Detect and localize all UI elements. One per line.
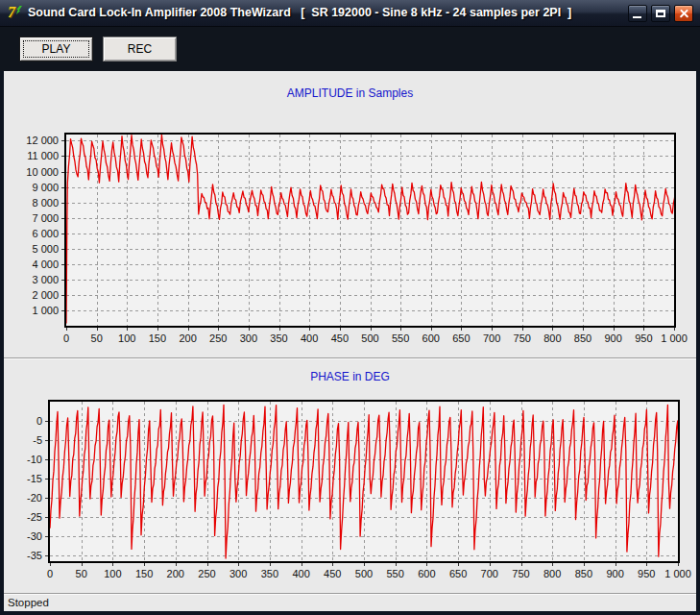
y-axis-tick-label: -15 bbox=[0, 473, 42, 484]
minimize-icon bbox=[633, 16, 641, 18]
y-axis-tick-label: 12 000 bbox=[11, 135, 59, 146]
y-axis-tick-label: 7 000 bbox=[11, 212, 59, 224]
maximize-icon bbox=[656, 10, 665, 17]
window-controls bbox=[628, 5, 693, 22]
y-axis-tick-label: -10 bbox=[0, 454, 42, 465]
x-axis-tick-label: 1 000 bbox=[657, 568, 699, 579]
maximize-button[interactable] bbox=[651, 5, 670, 22]
section-divider bbox=[4, 357, 696, 359]
amplitude-chart-title: AMPLITUDE in Samples bbox=[4, 86, 696, 100]
rec-button[interactable]: REC bbox=[103, 37, 177, 62]
y-axis-tick-label: -35 bbox=[0, 550, 42, 561]
window-title: Sound Card Lock-In Amplifier 2008 TheWiz… bbox=[28, 6, 571, 19]
x-axis-tick-label: 1 000 bbox=[653, 332, 695, 344]
y-axis-tick-label: -30 bbox=[0, 530, 42, 542]
y-axis-tick-label: 1 000 bbox=[11, 305, 59, 316]
y-axis-tick-label: 8 000 bbox=[11, 197, 59, 209]
status-text: Stopped bbox=[8, 597, 49, 608]
phase-chart-title: PHASE in DEG bbox=[4, 370, 696, 383]
y-axis-tick-label: -5 bbox=[0, 434, 42, 446]
play-button[interactable]: PLAY bbox=[19, 37, 93, 62]
main-panel: AMPLITUDE in Samples 12 00011 00010 0009… bbox=[4, 71, 696, 593]
title-bar[interactable]: 7 Sound Card Lock-In Amplifier 2008 TheW… bbox=[0, 0, 700, 27]
status-bar: Stopped bbox=[4, 593, 696, 611]
amplitude-plot-area bbox=[64, 133, 676, 328]
y-axis-tick-label: 0 bbox=[0, 415, 42, 427]
y-axis-tick-label: 3 000 bbox=[11, 274, 59, 285]
y-axis-tick-label: 6 000 bbox=[11, 228, 59, 239]
y-axis-tick-label: -25 bbox=[0, 511, 42, 523]
y-axis-tick-label: 10 000 bbox=[11, 166, 59, 178]
phase-plot-area bbox=[48, 400, 680, 563]
close-button[interactable] bbox=[674, 5, 693, 22]
plot-canvas bbox=[66, 135, 674, 326]
y-axis-tick-label: -20 bbox=[0, 492, 42, 504]
spark-icon bbox=[16, 6, 22, 14]
y-axis-tick-label: 9 000 bbox=[11, 182, 59, 193]
y-axis-tick-label: 11 000 bbox=[11, 150, 59, 161]
plot-canvas bbox=[50, 402, 678, 561]
minimize-button[interactable] bbox=[628, 5, 647, 22]
y-axis-tick-label: 2 000 bbox=[11, 289, 59, 301]
y-axis-tick-label: 5 000 bbox=[11, 243, 59, 255]
toolbar: PLAY REC bbox=[0, 27, 700, 71]
y-axis-tick-label: 4 000 bbox=[11, 258, 59, 270]
app-icon: 7 bbox=[7, 5, 24, 22]
